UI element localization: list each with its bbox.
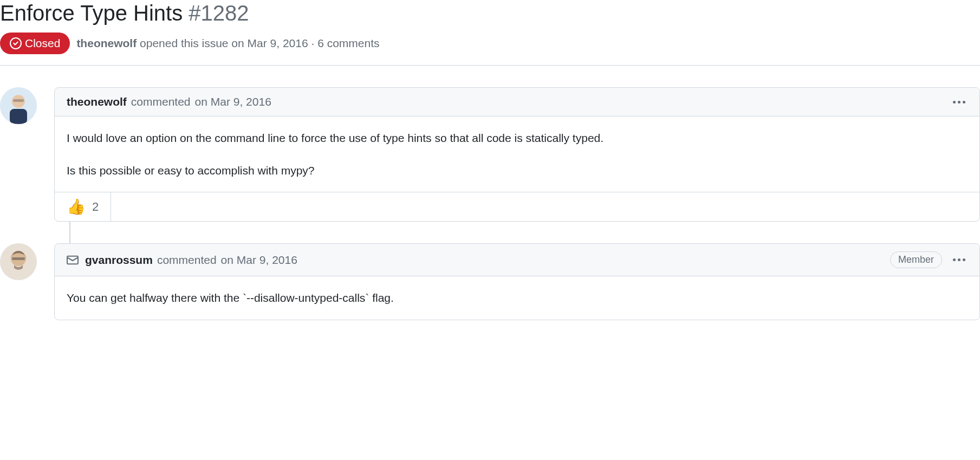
status-badge-closed: Closed (0, 33, 70, 54)
opened-date[interactable]: on Mar 9, 2016 (231, 37, 308, 49)
issue-title-text: Enforce Type Hints (0, 1, 183, 25)
comment-author-link[interactable]: theonewolf (67, 95, 127, 108)
svg-rect-2 (10, 109, 27, 124)
status-label: Closed (25, 37, 60, 50)
issue-title: Enforce Type Hints #1282 (0, 0, 980, 26)
comment-box: gvanrossum commented on Mar 9, 2016 Memb… (54, 243, 980, 320)
reaction-thumbs-up[interactable]: 👍 2 (55, 192, 111, 221)
comment-count: 6 comments (317, 37, 379, 49)
opened-text: opened this issue (140, 37, 228, 49)
issue-byline: theonewolf opened this issue on Mar 9, 2… (76, 37, 379, 50)
comment-paragraph: You can get halfway there with the `--di… (67, 289, 968, 307)
comment-action: commented (157, 254, 217, 267)
reaction-count: 2 (92, 200, 99, 214)
comment-author-link[interactable]: gvanrossum (85, 254, 153, 267)
meta-separator: · (311, 37, 314, 49)
svg-rect-6 (12, 257, 25, 260)
issue-number: #1282 (189, 1, 249, 25)
issue-closed-icon (10, 37, 22, 49)
timeline: theonewolf commented on Mar 9, 2016 I wo… (0, 87, 980, 320)
comment-paragraph: Is this possible or easy to accomplish w… (67, 162, 968, 179)
comment-date-link[interactable]: on Mar 9, 2016 (195, 95, 271, 108)
reactions-bar: 👍 2 (55, 192, 979, 221)
comment-header: theonewolf commented on Mar 9, 2016 (55, 88, 979, 116)
thumbs-up-icon: 👍 (67, 198, 86, 216)
comment: theonewolf commented on Mar 9, 2016 I wo… (54, 87, 980, 222)
issue-header: Enforce Type Hints #1282 Closed theonewo… (0, 0, 980, 66)
comment-paragraph: I would love an option on the command li… (67, 129, 968, 147)
kebab-menu-icon[interactable] (951, 99, 968, 106)
comment-date-link[interactable]: on Mar 9, 2016 (221, 254, 297, 267)
comment-body: I would love an option on the command li… (55, 116, 979, 192)
comment-action: commented (131, 95, 191, 108)
issue-meta: Closed theonewolf opened this issue on M… (0, 33, 980, 54)
avatar[interactable] (0, 87, 37, 124)
issue-author-link[interactable]: theonewolf (76, 37, 137, 49)
avatar[interactable] (0, 243, 37, 280)
kebab-menu-icon[interactable] (951, 256, 968, 263)
svg-rect-3 (13, 99, 24, 102)
comment-box: theonewolf commented on Mar 9, 2016 I wo… (54, 87, 980, 222)
comment-header: gvanrossum commented on Mar 9, 2016 Memb… (55, 244, 979, 276)
comment: gvanrossum commented on Mar 9, 2016 Memb… (54, 243, 980, 320)
member-badge: Member (890, 251, 942, 268)
comment-body: You can get halfway there with the `--di… (55, 276, 979, 320)
mail-icon (67, 254, 79, 266)
